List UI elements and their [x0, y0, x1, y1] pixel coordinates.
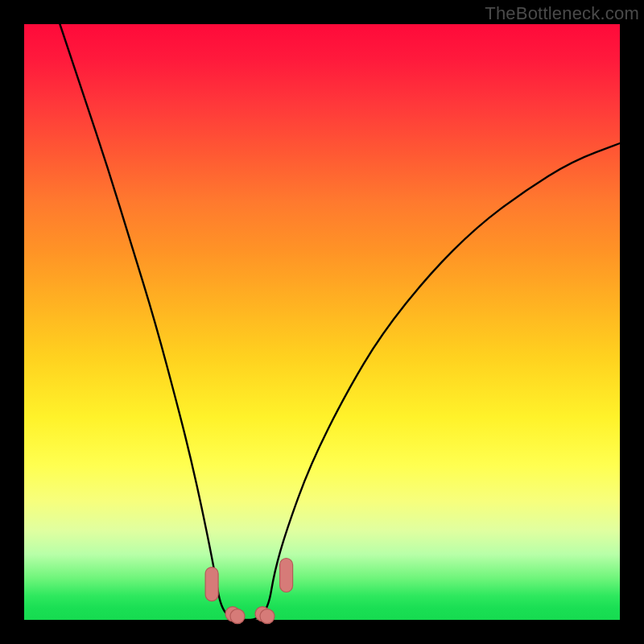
marker-blob [205, 568, 218, 601]
marker-blob [280, 559, 293, 592]
plot-area [24, 24, 620, 620]
marker-blob [260, 609, 275, 624]
bottleneck-curve [24, 24, 620, 620]
marker-blob [230, 609, 245, 624]
watermark-text: TheBottleneck.com [485, 3, 639, 24]
chart-frame: TheBottleneck.com [0, 0, 644, 644]
